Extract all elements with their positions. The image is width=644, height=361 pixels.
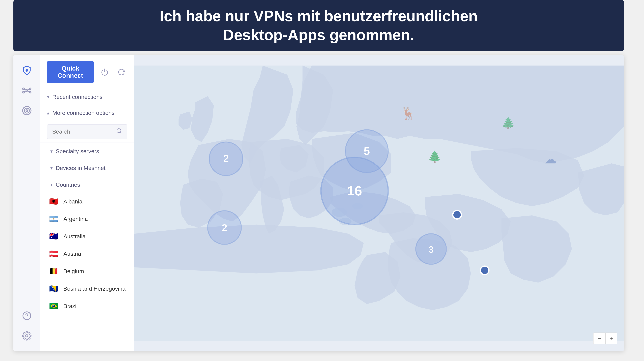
svg-text:🌲: 🌲 [428, 150, 442, 163]
specialty-servers-label: Specialty servers [56, 148, 99, 155]
server-panel: Quick Connect ▾ Recent connections [40, 55, 134, 351]
more-options-arrow-icon: ▴ [47, 110, 49, 116]
flag-austria: 🇦🇹 [49, 249, 59, 259]
zoom-out-button[interactable]: − [593, 333, 605, 344]
svg-text:5: 5 [364, 145, 370, 157]
svg-line-7 [28, 89, 29, 90]
svg-line-8 [24, 91, 26, 92]
country-item-belgium[interactable]: 🇧🇪 Belgium [40, 263, 134, 280]
quick-connect-bar: Quick Connect [40, 55, 134, 89]
countries-section: ▴ Countries 🇦🇱 Albania 🇦🇷 Argentina 🇦🇺 A… [40, 176, 134, 316]
country-item-albania[interactable]: 🇦🇱 Albania [40, 193, 134, 210]
refresh-button[interactable] [116, 66, 127, 78]
flag-belgium: 🇧🇪 [49, 266, 59, 276]
countries-label: Countries [56, 182, 80, 188]
connections-list[interactable]: ▾ Recent connections ▴ More connection o… [40, 89, 134, 351]
search-container [40, 121, 134, 142]
country-name-belgium: Belgium [64, 268, 84, 275]
svg-point-5 [29, 91, 31, 93]
svg-point-38 [480, 266, 489, 275]
more-options-label: More connection options [52, 110, 114, 116]
svg-point-3 [29, 88, 31, 90]
flag-brazil: 🇧🇷 [49, 301, 59, 311]
map-area: 🦌 🌲 🌲 ☁ 2 5 16 2 [134, 55, 624, 351]
svg-point-15 [26, 335, 28, 337]
flag-bih: 🇧🇦 [49, 284, 59, 294]
sidebar-item-settings[interactable] [22, 326, 32, 346]
top-banner: Ich habe nur VPNs mit benutzerfreundlich… [14, 0, 624, 51]
flag-australia: 🇦🇺 [49, 231, 59, 241]
svg-text:16: 16 [347, 183, 362, 198]
svg-point-37 [453, 211, 461, 219]
app-window: Quick Connect ▾ Recent connections [14, 55, 624, 351]
country-name-bih: Bosnia and Herzegovina [64, 285, 126, 292]
zoom-controls: − + [593, 333, 617, 344]
svg-point-11 [24, 108, 29, 113]
svg-point-0 [26, 69, 28, 72]
country-name-australia: Australia [64, 233, 86, 240]
svg-text:🌲: 🌲 [502, 116, 515, 130]
zoom-in-button[interactable]: + [606, 333, 617, 344]
svg-point-12 [26, 110, 28, 111]
specialty-arrow-icon: ▾ [50, 148, 53, 154]
country-item-bih[interactable]: 🇧🇦 Bosnia and Herzegovina [40, 280, 134, 297]
devices-meshnet-label: Devices in Meshnet [56, 165, 106, 171]
recent-connections-label: Recent connections [52, 94, 102, 100]
svg-text:☁: ☁ [544, 152, 556, 166]
search-icon [116, 128, 122, 135]
country-item-australia[interactable]: 🇦🇺 Australia [40, 228, 134, 245]
map-svg: 🦌 🌲 🌲 ☁ 2 5 16 2 [134, 55, 624, 351]
countries-toggle[interactable]: ▴ Countries [40, 177, 134, 193]
country-name-albania: Albania [64, 198, 82, 205]
countries-arrow-icon: ▴ [50, 182, 53, 188]
svg-line-6 [24, 89, 26, 90]
svg-point-1 [26, 90, 28, 91]
power-button[interactable] [99, 66, 110, 78]
icon-sidebar [14, 55, 40, 351]
country-name-argentina: Argentina [64, 216, 88, 222]
banner-line2: Desktop-Apps genommen. [223, 27, 414, 43]
country-name-austria: Austria [64, 251, 81, 257]
svg-text:3: 3 [428, 244, 434, 255]
more-options-toggle[interactable]: ▴ More connection options [40, 105, 134, 121]
search-box [47, 124, 127, 139]
sidebar-item-help[interactable] [22, 306, 32, 326]
svg-line-9 [28, 91, 29, 92]
banner-line1: Ich habe nur VPNs mit benutzerfreundlich… [160, 8, 478, 24]
country-item-argentina[interactable]: 🇦🇷 Argentina [40, 210, 134, 228]
svg-line-18 [120, 132, 122, 133]
svg-text:🦌: 🦌 [400, 106, 416, 121]
specialty-servers-toggle[interactable]: ▾ Specialty servers [40, 143, 134, 159]
svg-point-17 [117, 129, 121, 133]
country-name-brazil: Brazil [64, 303, 78, 309]
sidebar-item-network[interactable] [14, 80, 40, 101]
meshnet-arrow-icon: ▾ [50, 165, 53, 171]
recent-arrow-icon: ▾ [47, 94, 49, 100]
quick-connect-button[interactable]: Quick Connect [47, 61, 94, 83]
svg-text:2: 2 [222, 222, 227, 233]
svg-text:2: 2 [223, 153, 229, 164]
flag-argentina: 🇦🇷 [49, 214, 59, 224]
banner-text: Ich habe nur VPNs mit benutzerfreundlich… [160, 7, 478, 44]
svg-point-4 [23, 91, 24, 93]
country-item-austria[interactable]: 🇦🇹 Austria [40, 245, 134, 263]
specialty-servers-section: ▾ Specialty servers [40, 142, 134, 160]
country-item-brazil[interactable]: 🇧🇷 Brazil [40, 297, 134, 315]
flag-albania: 🇦🇱 [49, 196, 59, 206]
sidebar-item-target[interactable] [14, 101, 40, 121]
svg-point-2 [23, 88, 24, 90]
devices-meshnet-toggle[interactable]: ▾ Devices in Meshnet [40, 160, 134, 176]
search-input[interactable] [52, 128, 116, 135]
sidebar-item-shield[interactable] [14, 60, 40, 80]
recent-connections-toggle[interactable]: ▾ Recent connections [40, 89, 134, 105]
